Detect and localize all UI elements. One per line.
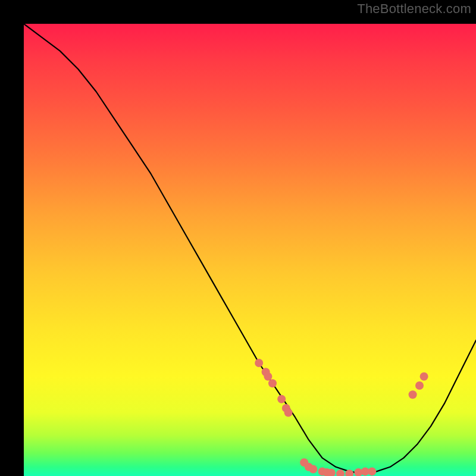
data-marker: [264, 372, 272, 381]
data-marker: [409, 390, 417, 399]
data-marker: [268, 379, 277, 387]
data-marker: [284, 409, 293, 417]
data-marker: [255, 359, 263, 367]
data-marker: [277, 395, 286, 403]
bottleneck-curve: [24, 24, 476, 474]
chart-frame: [12, 12, 464, 464]
plot-area: [24, 24, 476, 476]
data-marker: [415, 381, 424, 390]
curve-layer: [24, 24, 476, 476]
watermark-text: TheBottleneck.com: [357, 1, 471, 17]
data-marker: [336, 469, 345, 476]
data-marker: [368, 467, 376, 475]
data-marker: [420, 372, 428, 381]
data-marker: [309, 465, 317, 474]
